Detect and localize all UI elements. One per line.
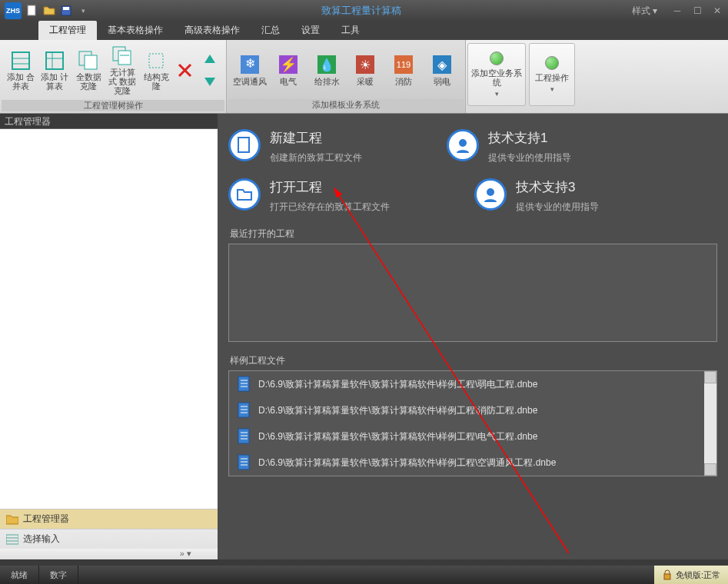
panel-tab-select-input[interactable]: 选择输入 — [0, 529, 218, 549]
ribbon-group-tree: 添加 合并表 添加 计算表 全数据 克隆 无计算式 数据克隆 结构克隆 工程管理… — [0, 40, 227, 113]
electrical-button[interactable]: ⚡电气 — [270, 54, 307, 86]
fire-button[interactable]: 119消防 — [385, 54, 422, 86]
project-tree[interactable] — [0, 129, 218, 509]
recent-projects-list[interactable] — [228, 244, 717, 342]
svg-rect-29 — [6, 535, 18, 544]
svg-text:❄: ❄ — [245, 57, 255, 70]
svg-rect-6 — [46, 52, 63, 69]
panel-tab-project-manager[interactable]: 工程管理器 — [0, 509, 218, 529]
tab-advanced-table[interactable]: 高级表格操作 — [174, 21, 251, 40]
tab-project-mgmt[interactable]: 工程管理 — [38, 21, 97, 40]
new-file-icon — [228, 129, 261, 161]
folder-icon — [6, 514, 18, 525]
menu-tabs: 工程管理 基本表格操作 高级表格操作 汇总 设置 工具 — [0, 22, 728, 40]
no-formula-clone-button[interactable]: 无计算式 数据克隆 — [106, 45, 138, 97]
scroll-up-icon[interactable] — [704, 371, 716, 383]
move-down-icon[interactable] — [201, 72, 218, 89]
full-data-clone-button[interactable]: 全数据 克隆 — [72, 49, 105, 92]
project-operations-button[interactable]: 工程操作 ▾ — [529, 43, 575, 106]
move-up-icon[interactable] — [201, 52, 218, 69]
ribbon-group-label: 工程管理树操作 — [2, 100, 224, 111]
svg-rect-12 — [118, 51, 131, 65]
svg-rect-10 — [85, 55, 97, 69]
svg-rect-14 — [149, 54, 163, 68]
status-license[interactable]: 免锁版:正常 — [654, 566, 728, 584]
sample-projects-label: 样例工程文件 — [230, 354, 717, 367]
svg-rect-3 — [12, 52, 29, 69]
tab-tools[interactable]: 工具 — [331, 21, 371, 40]
file-icon — [237, 376, 252, 393]
svg-rect-0 — [28, 5, 35, 15]
save-icon[interactable] — [58, 3, 74, 18]
list-icon — [6, 534, 18, 545]
start-page: 新建工程创建新的致算工程文件 技术支持1提供专业的使用指导 打开工程打开已经存在… — [218, 114, 728, 559]
add-empty-system-button[interactable]: 添加空业务系统 ▾ — [467, 43, 526, 106]
file-icon — [237, 454, 252, 471]
ball-icon — [545, 56, 559, 70]
titlebar: ZHS ▾ 致算工程量计算稿 样式 ▾ ─ ☐ ✕ — [0, 0, 728, 22]
sample-projects-list: D:\6.9\致算计算稿算量软件\致算计算稿软件\样例工程\弱电工程.dnbe … — [228, 370, 717, 476]
scroll-down-icon[interactable] — [704, 463, 716, 476]
svg-text:⚡: ⚡ — [280, 56, 298, 73]
quick-access-toolbar: ▾ — [25, 3, 91, 18]
recent-projects-label: 最近打开的工程 — [230, 227, 717, 241]
scrollbar[interactable] — [704, 371, 716, 476]
svg-text:◈: ◈ — [437, 58, 447, 71]
minimize-icon[interactable]: ─ — [671, 5, 683, 17]
svg-point-33 — [459, 139, 467, 147]
tab-settings[interactable]: 设置 — [291, 21, 331, 40]
support3-card[interactable]: 技术支持3提供专业的使用指导 — [474, 178, 599, 214]
project-manager-panel: 工程管理器 工程管理器 选择输入 » ▾ — [0, 114, 218, 559]
status-num: 数字 — [39, 566, 78, 584]
ribbon-group-label: 添加模板业务系统 — [228, 99, 464, 111]
open-project-card[interactable]: 打开工程打开已经存在的致算工程文件 — [228, 178, 390, 214]
file-icon — [237, 402, 252, 419]
app-icon[interactable]: ZHS — [5, 2, 22, 19]
svg-rect-52 — [664, 574, 670, 579]
support1-card[interactable]: 技术支持1提供专业的使用指导 — [447, 129, 571, 164]
svg-point-34 — [487, 188, 494, 196]
ribbon: 添加 合并表 添加 计算表 全数据 克隆 无计算式 数据克隆 结构克隆 工程管理… — [0, 40, 728, 114]
qat-dropdown-icon[interactable]: ▾ — [75, 3, 91, 18]
style-dropdown[interactable]: 样式 ▾ — [632, 5, 657, 18]
delete-icon[interactable] — [177, 62, 194, 79]
support-icon — [447, 129, 479, 161]
svg-rect-2 — [63, 7, 69, 10]
svg-rect-32 — [238, 138, 249, 152]
svg-text:💧: 💧 — [319, 58, 334, 72]
open-folder-icon — [228, 178, 261, 211]
list-item[interactable]: D:\6.9\致算计算稿算量软件\致算计算稿软件\样例工程\消防工程.dnbe — [229, 397, 716, 423]
window-title: 致算工程量计算稿 — [91, 4, 632, 18]
new-project-card[interactable]: 新建工程创建新的致算工程文件 — [228, 129, 362, 164]
lock-icon — [662, 569, 673, 580]
tab-basic-table[interactable]: 基本表格操作 — [97, 21, 174, 40]
weak-current-button[interactable]: ◈弱电 — [424, 54, 460, 86]
ribbon-group-template: ❄空调通风 ⚡电气 💧给排水 ☀采暖 119消防 ◈弱电 添加模板业务系统 — [227, 40, 466, 113]
status-ready: 就绪 — [0, 566, 39, 584]
add-merge-table-button[interactable]: 添加 合并表 — [5, 49, 37, 92]
list-item[interactable]: D:\6.9\致算计算稿算量软件\致算计算稿软件\样例工程\电气工程.dnbe — [229, 423, 716, 450]
structure-clone-button[interactable]: 结构克隆 — [140, 49, 172, 92]
statusbar: 就绪 数字 免锁版:正常 — [0, 566, 728, 584]
list-item[interactable]: D:\6.9\致算计算稿算量软件\致算计算稿软件\样例工程\弱电工程.dnbe — [229, 371, 716, 397]
support-icon — [474, 178, 507, 211]
heating-button[interactable]: ☀采暖 — [347, 54, 384, 86]
svg-text:☀: ☀ — [360, 58, 371, 71]
tab-summary[interactable]: 汇总 — [251, 21, 291, 40]
list-item[interactable]: D:\6.9\致算计算稿算量软件\致算计算稿软件\样例工程\空调通风工程.dnb… — [229, 450, 716, 476]
file-icon — [237, 428, 252, 445]
new-file-icon[interactable] — [25, 3, 40, 18]
close-icon[interactable]: ✕ — [711, 5, 723, 17]
panel-title: 工程管理器 — [0, 114, 218, 129]
ball-icon — [490, 51, 504, 65]
open-folder-icon[interactable] — [42, 3, 57, 18]
plumbing-button[interactable]: 💧给排水 — [308, 54, 345, 86]
hvac-button[interactable]: ❄空调通风 — [231, 54, 268, 86]
svg-text:119: 119 — [397, 60, 411, 69]
maximize-icon[interactable]: ☐ — [691, 5, 703, 17]
add-calc-table-button[interactable]: 添加 计算表 — [38, 49, 71, 92]
panel-overflow-icon[interactable]: » ▾ — [0, 549, 218, 559]
